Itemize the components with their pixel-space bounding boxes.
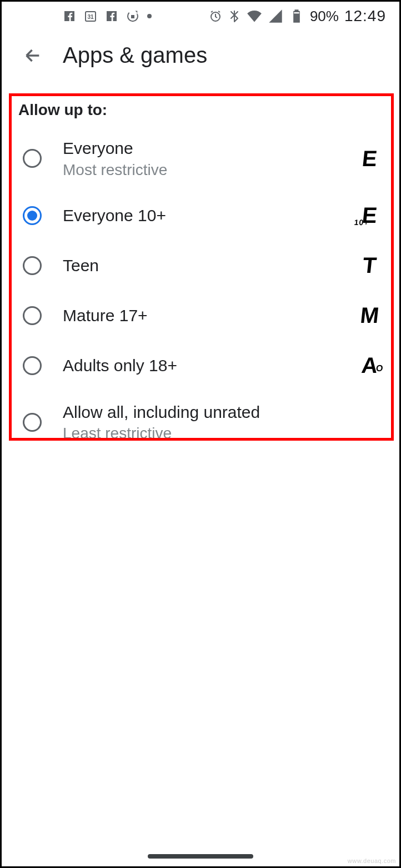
- alarm-icon: [209, 9, 222, 23]
- badge-sub: 10+: [354, 218, 369, 227]
- radio-button[interactable]: [23, 306, 42, 325]
- radio-button[interactable]: [23, 356, 42, 375]
- calendar-icon: 31: [84, 9, 97, 23]
- page-title: Apps & games: [63, 43, 207, 68]
- battery-percent: 90%: [310, 8, 339, 25]
- option-subtext: Least restrictive: [63, 423, 383, 443]
- radio-button[interactable]: [23, 206, 42, 225]
- radio-button[interactable]: [23, 413, 42, 432]
- esrb-everyone-10-icon: E 10+: [356, 203, 384, 228]
- back-button[interactable]: [23, 46, 43, 66]
- rating-option-teen[interactable]: Teen T: [2, 241, 399, 291]
- status-bar: 31 90% 12:49: [2, 2, 399, 31]
- esrb-adults-only-icon: A O: [356, 353, 384, 378]
- option-label: Mature 17+: [63, 305, 357, 326]
- section-label: Allow up to:: [2, 82, 399, 127]
- rating-option-allow-all[interactable]: Allow all, including unrated Least restr…: [2, 391, 399, 455]
- status-left: 31: [63, 9, 152, 23]
- battery-icon: [289, 8, 304, 24]
- rating-option-adults-only[interactable]: Adults only 18+ A O: [2, 341, 399, 391]
- wifi-icon: [247, 8, 262, 24]
- radio-button[interactable]: [23, 149, 42, 168]
- svg-rect-3: [294, 12, 299, 13]
- gesture-nav-handle[interactable]: [148, 854, 253, 859]
- clock: 12:49: [344, 7, 386, 25]
- status-right: 90% 12:49: [209, 7, 386, 25]
- rotate-lock-icon: [126, 9, 139, 23]
- radio-button[interactable]: [23, 256, 42, 275]
- option-label: Teen: [63, 255, 357, 276]
- content: Allow up to: Everyone Most restrictive E…: [2, 82, 399, 454]
- rating-option-mature[interactable]: Mature 17+ M: [2, 291, 399, 341]
- watermark: www.deuaq.com: [348, 857, 396, 864]
- option-label: Adults only 18+: [63, 355, 357, 376]
- esrb-mature-icon: M: [356, 303, 384, 328]
- facebook-icon: [63, 9, 76, 23]
- bluetooth-icon: [228, 9, 241, 23]
- rating-option-list: Everyone Most restrictive E Everyone 10+…: [2, 127, 399, 454]
- rating-option-everyone[interactable]: Everyone Most restrictive E: [2, 127, 399, 191]
- app-bar: Apps & games: [2, 31, 399, 82]
- cellular-signal-icon: [268, 8, 283, 24]
- option-subtext: Most restrictive: [63, 160, 357, 179]
- rating-option-everyone-10[interactable]: Everyone 10+ E 10+: [2, 191, 399, 241]
- option-label: Allow all, including unrated: [63, 402, 383, 423]
- facebook-icon: [105, 9, 118, 23]
- badge-sub: O: [375, 363, 384, 373]
- esrb-teen-icon: T: [356, 253, 384, 278]
- option-label: Everyone 10+: [63, 205, 357, 226]
- option-label: Everyone: [63, 138, 357, 159]
- esrb-everyone-icon: E: [356, 146, 384, 171]
- arrow-left-icon: [23, 46, 42, 65]
- svg-text:31: 31: [87, 14, 94, 20]
- more-notifications-dot-icon: [147, 14, 152, 18]
